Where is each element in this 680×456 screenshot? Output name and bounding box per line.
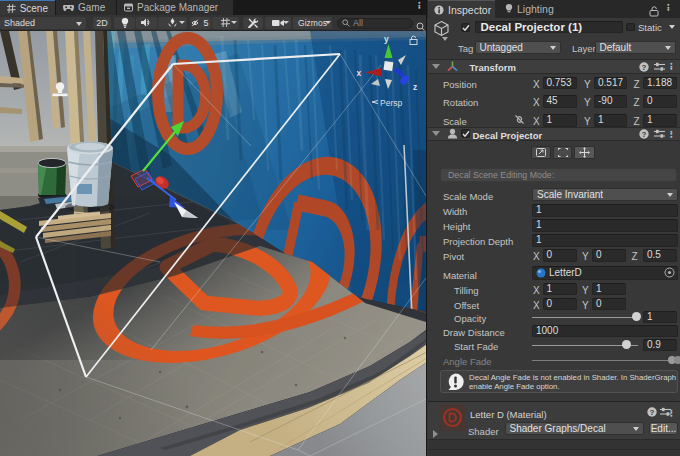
svg-text:?: ? — [642, 130, 647, 139]
svg-text:Persp: Persp — [380, 98, 402, 108]
svg-text:z: z — [413, 82, 417, 92]
svg-text:x: x — [357, 68, 362, 78]
svg-text:y: y — [384, 34, 389, 44]
svg-text:?: ? — [642, 62, 647, 71]
svg-text:?: ? — [650, 408, 655, 417]
